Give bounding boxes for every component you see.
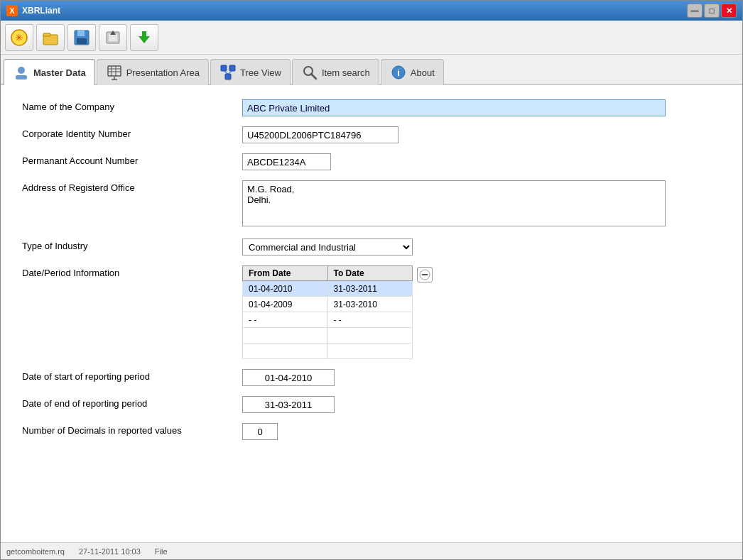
title-controls[interactable]: — □ ✕ (687, 4, 737, 18)
new-button[interactable]: ✳ (5, 24, 33, 51)
date-row-2-to: 31-03-2010 (327, 297, 413, 312)
remove-date-button[interactable] (417, 267, 433, 282)
end-date-input[interactable] (242, 396, 335, 413)
tab-tree-view[interactable]: Tree View (210, 59, 291, 85)
date-period-wrapper: From Date To Date 01-04-2010 31-03-2011 … (242, 265, 721, 359)
decimals-control (242, 423, 721, 440)
company-name-control (242, 99, 721, 116)
tab-item-search-label: Item search (322, 67, 370, 78)
app-icon: X (6, 5, 18, 16)
title-bar-left: X XBRLiant (6, 5, 60, 16)
decimals-input[interactable] (242, 423, 278, 440)
date-row-5-from (243, 344, 328, 359)
status-date: 27-11-2011 10:03 (79, 547, 141, 556)
cin-label: Corporate Identity Number (22, 126, 242, 139)
tab-about[interactable]: i About (381, 59, 444, 85)
about-icon: i (390, 64, 407, 81)
date-row-2-from: 01-04-2009 (243, 297, 328, 312)
start-date-control (242, 369, 721, 386)
svg-rect-5 (77, 31, 85, 36)
presentation-area-icon (106, 64, 123, 81)
status-bar: getcomboitem.rq 27-11-2011 10:03 File (1, 542, 742, 559)
date-period-row: Date/Period Information From Date To Dat… (22, 265, 721, 359)
svg-text:i: i (397, 67, 400, 78)
window-title: XBRLiant (22, 6, 60, 16)
date-row-3[interactable]: - - - - (243, 312, 413, 328)
master-data-icon (13, 64, 30, 81)
tab-master-data[interactable]: Master Data (4, 59, 95, 85)
date-period-table: From Date To Date 01-04-2010 31-03-2011 … (242, 265, 413, 359)
tree-view-icon (219, 64, 237, 81)
svg-line-27 (311, 74, 316, 79)
pan-label: Permanant Account Number (22, 153, 242, 166)
company-name-row: Name of the Company (22, 99, 721, 116)
date-row-5-to (327, 344, 413, 359)
pan-input[interactable] (242, 153, 331, 170)
start-date-row: Date of start of reporting period (22, 369, 721, 386)
main-window: X XBRLiant — □ ✕ ✳ (0, 0, 743, 560)
address-control: M.G. Road, Delhi. (242, 180, 721, 229)
svg-rect-6 (77, 38, 87, 44)
svg-point-12 (18, 67, 25, 74)
maximize-button[interactable]: □ (704, 4, 720, 18)
company-name-input[interactable] (242, 99, 666, 116)
close-button[interactable]: ✕ (721, 4, 737, 18)
svg-rect-11 (142, 31, 146, 38)
upload-button[interactable] (99, 24, 127, 51)
svg-line-25 (228, 71, 232, 74)
save-button[interactable] (67, 24, 96, 51)
industry-type-select[interactable]: Commercial and Industrial Banking Insura… (242, 238, 413, 256)
end-date-control (242, 396, 721, 413)
svg-rect-22 (229, 65, 235, 71)
date-row-1-from: 01-04-2010 (243, 281, 328, 297)
date-row-1[interactable]: 01-04-2010 31-03-2011 (243, 281, 413, 297)
company-name-label: Name of the Company (22, 99, 242, 112)
tab-tree-view-label: Tree View (240, 67, 281, 78)
industry-type-control: Commercial and Industrial Banking Insura… (242, 238, 721, 256)
decimals-label: Number of Decimals in reported values (22, 423, 242, 436)
start-date-input[interactable] (242, 369, 335, 386)
tab-bar: Master Data Presentation Area (1, 55, 742, 85)
toolbar: ✳ (1, 21, 742, 55)
from-date-header: From Date (243, 266, 328, 281)
to-date-header: To Date (327, 266, 413, 281)
svg-rect-13 (16, 75, 27, 79)
svg-line-24 (224, 71, 228, 74)
tab-master-data-label: Master Data (33, 67, 86, 78)
svg-rect-8 (109, 34, 117, 41)
date-row-4-from (243, 328, 328, 344)
industry-type-row: Type of Industry Commercial and Industri… (22, 238, 721, 256)
date-period-control: From Date To Date 01-04-2010 31-03-2011 … (242, 265, 721, 359)
address-wrapper: M.G. Road, Delhi. (242, 180, 666, 229)
status-right: File (155, 547, 168, 556)
svg-rect-23 (225, 74, 231, 79)
cin-input[interactable] (242, 126, 398, 143)
main-content: Name of the Company Corporate Identity N… (1, 85, 742, 542)
tab-presentation-area-label: Presentation Area (126, 67, 200, 78)
end-date-row: Date of end of reporting period (22, 396, 721, 413)
open-button[interactable] (36, 24, 65, 51)
tab-presentation-area[interactable]: Presentation Area (97, 59, 209, 85)
date-period-label: Date/Period Information (22, 265, 242, 278)
minimize-button[interactable]: — (687, 4, 703, 18)
tab-about-label: About (411, 67, 435, 78)
date-row-3-to: - - (327, 312, 413, 328)
cin-control (242, 126, 721, 143)
date-row-1-to: 31-03-2011 (327, 281, 413, 297)
tab-item-search[interactable]: Item search (292, 59, 379, 85)
date-row-5[interactable] (243, 344, 413, 359)
svg-text:✳: ✳ (15, 32, 23, 43)
date-row-4[interactable] (243, 328, 413, 344)
status-left: getcomboitem.rq (6, 547, 65, 556)
download-button[interactable] (130, 24, 158, 51)
svg-rect-14 (108, 66, 121, 76)
address-row: Address of Registerd Office M.G. Road, D… (22, 180, 721, 229)
date-row-2[interactable]: 01-04-2009 31-03-2010 (243, 297, 413, 312)
end-date-label: Date of end of reporting period (22, 396, 242, 409)
address-input[interactable]: M.G. Road, Delhi. (242, 180, 666, 226)
date-row-4-to (327, 328, 413, 344)
pan-row: Permanant Account Number (22, 153, 721, 170)
item-search-icon (301, 64, 318, 81)
decimals-row: Number of Decimals in reported values (22, 423, 721, 440)
address-label: Address of Registerd Office (22, 180, 242, 193)
